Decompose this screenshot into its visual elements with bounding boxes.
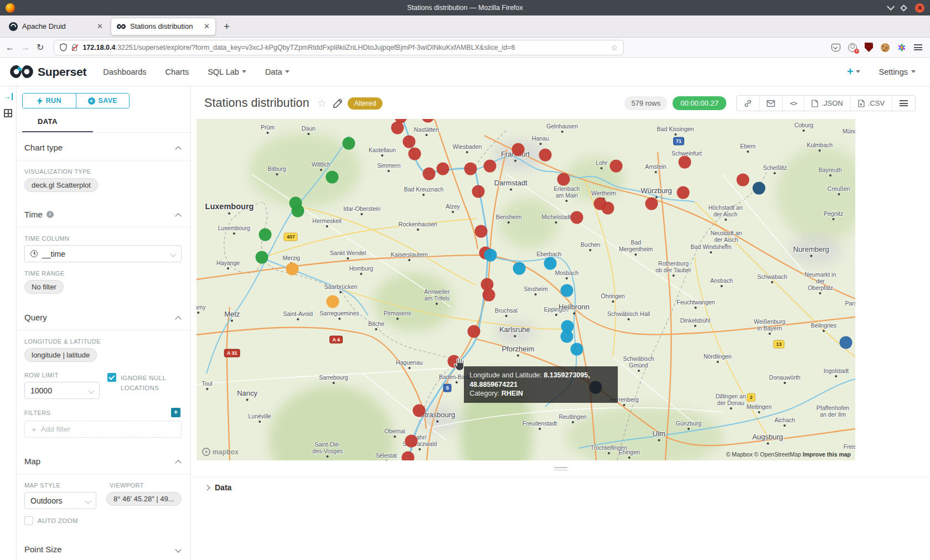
map-point[interactable]: [610, 160, 623, 173]
superset-brand[interactable]: Superset: [10, 64, 86, 79]
map-point[interactable]: [259, 229, 271, 241]
time-range-pill[interactable]: No filter: [24, 280, 64, 294]
tab-close-icon[interactable]: ✕: [97, 22, 103, 30]
map-point[interactable]: [327, 295, 339, 308]
map-point[interactable]: [403, 135, 416, 148]
map-point[interactable]: [512, 143, 524, 155]
map-point[interactable]: [484, 249, 497, 262]
map-point[interactable]: [401, 452, 414, 460]
browser-menu-icon[interactable]: [914, 44, 922, 50]
map-point[interactable]: [557, 173, 570, 186]
add-filter-box[interactable]: + Add filter: [24, 421, 182, 438]
url-text[interactable]: 172.18.0.4:32251/superset/explore/?form_…: [82, 44, 606, 51]
row-limit-select[interactable]: 10000: [24, 382, 100, 399]
map-point[interactable]: [483, 288, 495, 301]
section-point-size[interactable]: Point Size: [21, 535, 182, 560]
map-point[interactable]: [475, 225, 488, 237]
map-point[interactable]: [391, 122, 404, 134]
account-icon[interactable]: [848, 43, 857, 52]
altered-badge[interactable]: Altered: [348, 97, 383, 110]
copy-link-button[interactable]: [737, 96, 759, 111]
viewport-pill[interactable]: 8° 46' 45.28" | 49...: [106, 492, 182, 506]
map-point[interactable]: [601, 202, 614, 215]
tab-close-icon[interactable]: ✕: [204, 22, 210, 30]
extension-asterisk-icon[interactable]: [897, 43, 906, 52]
panel-resize-handle[interactable]: [191, 460, 930, 477]
section-time[interactable]: Timei: [21, 200, 182, 227]
cookie-extension-icon[interactable]: [881, 43, 890, 52]
settings-menu[interactable]: Settings: [879, 68, 916, 76]
map-point[interactable]: [570, 211, 583, 224]
map-point[interactable]: [405, 434, 417, 447]
tab-apache-druid[interactable]: Apache Druid ✕: [3, 18, 108, 35]
map-point[interactable]: [342, 137, 355, 149]
ublock-shield-icon[interactable]: 2: [865, 43, 873, 52]
tab-stations-distribution[interactable]: Stations distribution ✕: [111, 18, 216, 35]
chart-menu-button[interactable]: [892, 96, 915, 111]
map-point[interactable]: [560, 330, 573, 343]
time-column-select[interactable]: __time: [24, 245, 182, 262]
email-button[interactable]: [759, 96, 782, 111]
section-chart-type[interactable]: Chart type: [21, 133, 182, 160]
nav-charts[interactable]: Charts: [165, 68, 189, 76]
window-restore-icon[interactable]: [900, 4, 907, 12]
map-point[interactable]: [437, 163, 450, 175]
export-csv-button[interactable]: .CSV: [850, 96, 892, 111]
map-point[interactable]: [560, 284, 573, 297]
back-button[interactable]: ←: [6, 43, 14, 53]
dataset-grid-icon[interactable]: [4, 109, 12, 117]
nav-data[interactable]: Data: [265, 68, 290, 76]
nav-sql-lab[interactable]: SQL Lab: [208, 68, 246, 76]
map-point[interactable]: [539, 148, 551, 161]
map-point[interactable]: [753, 182, 766, 195]
section-map[interactable]: Map: [21, 447, 182, 474]
nav-dashboards[interactable]: Dashboards: [103, 68, 146, 76]
bookmark-star-icon[interactable]: ☆: [611, 43, 618, 52]
favorite-star-icon[interactable]: ☆: [317, 97, 327, 110]
mapbox-logo[interactable]: ★ mapbox: [202, 448, 239, 456]
map-attribution[interactable]: © Mapbox © OpenStreetMap Improve this ma…: [726, 451, 851, 458]
collapse-panel-icon[interactable]: →: [4, 93, 13, 100]
map-point[interactable]: [423, 167, 436, 180]
map-point[interactable]: [286, 262, 298, 275]
map-point[interactable]: [413, 404, 426, 417]
map-point[interactable]: [736, 173, 749, 186]
deckgl-map[interactable]: PrümDaunNastättenGelnhausenHanauBad Kiss…: [197, 119, 855, 460]
run-button[interactable]: RUN: [23, 94, 76, 108]
map-point[interactable]: [292, 204, 304, 217]
improve-map-link[interactable]: Improve this map: [803, 451, 851, 458]
lonlat-pill[interactable]: longitude | latitude: [24, 348, 97, 362]
map-point[interactable]: [408, 147, 421, 160]
viz-type-pill[interactable]: deck.gl Scatterplot: [24, 178, 98, 192]
map-point[interactable]: [645, 198, 658, 210]
map-style-select[interactable]: Outdoors: [24, 492, 96, 509]
url-bar[interactable]: 172.18.0.4:32251/superset/explore/?form_…: [54, 40, 624, 55]
tracking-shield-icon[interactable]: [60, 43, 67, 51]
map-point[interactable]: [255, 251, 268, 263]
auto-zoom-checkbox[interactable]: [24, 516, 33, 525]
map-point[interactable]: [326, 170, 339, 183]
pocket-icon[interactable]: [831, 44, 840, 51]
map-point[interactable]: [472, 185, 485, 198]
map-point[interactable]: [464, 163, 477, 175]
edit-icon[interactable]: [333, 99, 342, 108]
new-item-button[interactable]: +: [847, 65, 860, 78]
add-filter-plus-button[interactable]: +: [171, 408, 180, 417]
save-button[interactable]: + SAVE: [76, 94, 130, 108]
window-close-button[interactable]: ✕: [915, 3, 924, 13]
reload-button[interactable]: ↻: [37, 42, 44, 53]
map-point[interactable]: [544, 257, 557, 269]
data-section-header[interactable]: Data: [191, 477, 930, 497]
map-point[interactable]: [570, 343, 583, 355]
forward-button[interactable]: →: [21, 43, 30, 53]
insecure-lock-icon[interactable]: [71, 44, 78, 51]
map-point[interactable]: [467, 325, 480, 338]
map-point[interactable]: [513, 262, 526, 275]
window-minimize-icon[interactable]: [887, 3, 895, 11]
map-point[interactable]: [840, 336, 852, 349]
map-point[interactable]: [677, 186, 690, 199]
export-json-button[interactable]: .JSON: [804, 96, 850, 111]
map-point[interactable]: [483, 160, 496, 173]
tab-data[interactable]: DATA: [38, 117, 182, 131]
embed-code-button[interactable]: <>: [782, 96, 804, 111]
